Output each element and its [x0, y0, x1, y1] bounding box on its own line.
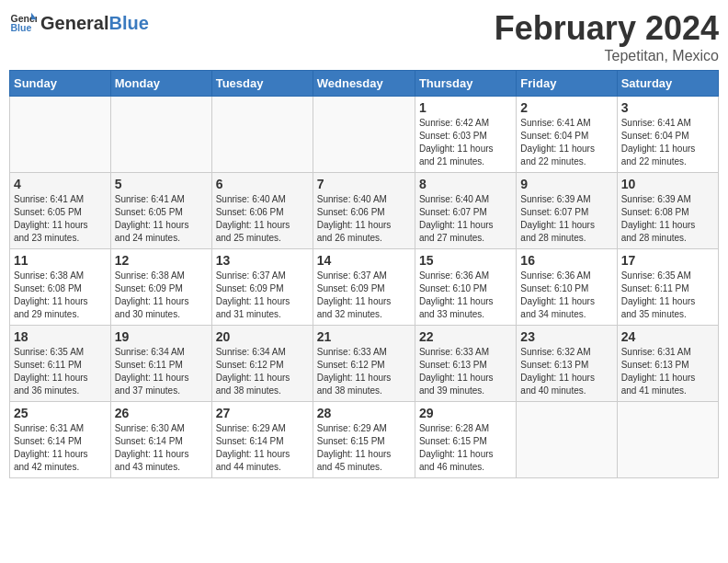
- day-info: Sunrise: 6:37 AM Sunset: 6:09 PM Dayligh…: [216, 270, 309, 321]
- day-info: Sunrise: 6:42 AM Sunset: 6:03 PM Dayligh…: [419, 117, 512, 168]
- calendar-cell: 3Sunrise: 6:41 AM Sunset: 6:04 PM Daylig…: [617, 97, 718, 173]
- calendar-cell: [110, 97, 211, 173]
- day-info: Sunrise: 6:29 AM Sunset: 6:15 PM Dayligh…: [317, 422, 411, 474]
- day-info: Sunrise: 6:37 AM Sunset: 6:09 PM Dayligh…: [317, 270, 411, 321]
- calendar-week-3: 11Sunrise: 6:38 AM Sunset: 6:08 PM Dayli…: [10, 249, 719, 326]
- weekday-header-thursday: Thursday: [415, 71, 516, 97]
- calendar-cell: 1Sunrise: 6:42 AM Sunset: 6:03 PM Daylig…: [415, 97, 516, 173]
- weekday-header-saturday: Saturday: [617, 71, 718, 97]
- day-info: Sunrise: 6:32 AM Sunset: 6:13 PM Dayligh…: [520, 346, 612, 397]
- day-info: Sunrise: 6:38 AM Sunset: 6:08 PM Dayligh…: [14, 270, 107, 321]
- day-number: 19: [115, 329, 208, 344]
- day-info: Sunrise: 6:31 AM Sunset: 6:14 PM Dayligh…: [14, 422, 107, 474]
- weekday-header-wednesday: Wednesday: [313, 71, 415, 97]
- calendar-cell: [517, 402, 617, 478]
- day-info: Sunrise: 6:33 AM Sunset: 6:13 PM Dayligh…: [419, 346, 512, 397]
- calendar-cell: 29Sunrise: 6:28 AM Sunset: 6:15 PM Dayli…: [415, 402, 516, 478]
- day-info: Sunrise: 6:30 AM Sunset: 6:14 PM Dayligh…: [115, 422, 208, 474]
- calendar-cell: 17Sunrise: 6:35 AM Sunset: 6:11 PM Dayli…: [617, 249, 718, 326]
- calendar-cell: 6Sunrise: 6:40 AM Sunset: 6:06 PM Daylig…: [211, 173, 313, 249]
- day-info: Sunrise: 6:41 AM Sunset: 6:05 PM Dayligh…: [115, 193, 208, 245]
- day-info: Sunrise: 6:33 AM Sunset: 6:12 PM Dayligh…: [317, 346, 411, 397]
- day-info: Sunrise: 6:31 AM Sunset: 6:13 PM Dayligh…: [621, 346, 714, 397]
- calendar-title: February 2024: [495, 9, 719, 48]
- calendar-cell: 26Sunrise: 6:30 AM Sunset: 6:14 PM Dayli…: [110, 402, 211, 478]
- calendar-cell: 9Sunrise: 6:39 AM Sunset: 6:07 PM Daylig…: [517, 173, 617, 249]
- calendar-week-4: 18Sunrise: 6:35 AM Sunset: 6:11 PM Dayli…: [10, 326, 719, 402]
- day-info: Sunrise: 6:39 AM Sunset: 6:07 PM Dayligh…: [520, 193, 612, 245]
- calendar-cell: [313, 97, 415, 173]
- day-info: Sunrise: 6:40 AM Sunset: 6:06 PM Dayligh…: [317, 193, 411, 245]
- day-info: Sunrise: 6:40 AM Sunset: 6:07 PM Dayligh…: [419, 193, 512, 245]
- day-info: Sunrise: 6:35 AM Sunset: 6:11 PM Dayligh…: [621, 270, 714, 321]
- day-number: 16: [520, 253, 612, 268]
- calendar-cell: 10Sunrise: 6:39 AM Sunset: 6:08 PM Dayli…: [617, 173, 718, 249]
- weekday-header-row: SundayMondayTuesdayWednesdayThursdayFrid…: [10, 71, 719, 97]
- calendar-cell: 7Sunrise: 6:40 AM Sunset: 6:06 PM Daylig…: [313, 173, 415, 249]
- calendar-cell: 22Sunrise: 6:33 AM Sunset: 6:13 PM Dayli…: [415, 326, 516, 402]
- day-info: Sunrise: 6:41 AM Sunset: 6:04 PM Dayligh…: [621, 117, 714, 168]
- calendar-cell: 14Sunrise: 6:37 AM Sunset: 6:09 PM Dayli…: [313, 249, 415, 326]
- calendar-cell: 25Sunrise: 6:31 AM Sunset: 6:14 PM Dayli…: [10, 402, 111, 478]
- calendar-cell: 2Sunrise: 6:41 AM Sunset: 6:04 PM Daylig…: [517, 97, 617, 173]
- logo-text: GeneralBlue: [40, 13, 149, 34]
- calendar-table: SundayMondayTuesdayWednesdayThursdayFrid…: [9, 70, 719, 478]
- calendar-week-5: 25Sunrise: 6:31 AM Sunset: 6:14 PM Dayli…: [10, 402, 719, 478]
- calendar-cell: 19Sunrise: 6:34 AM Sunset: 6:11 PM Dayli…: [110, 326, 211, 402]
- day-number: 14: [317, 253, 411, 268]
- calendar-cell: 18Sunrise: 6:35 AM Sunset: 6:11 PM Dayli…: [10, 326, 111, 402]
- day-info: Sunrise: 6:28 AM Sunset: 6:15 PM Dayligh…: [419, 422, 512, 474]
- day-number: 8: [419, 177, 512, 191]
- day-info: Sunrise: 6:34 AM Sunset: 6:11 PM Dayligh…: [115, 346, 208, 397]
- day-number: 17: [621, 253, 714, 268]
- day-number: 1: [419, 100, 512, 115]
- svg-text:Blue: Blue: [11, 22, 32, 33]
- calendar-cell: 27Sunrise: 6:29 AM Sunset: 6:14 PM Dayli…: [211, 402, 313, 478]
- day-info: Sunrise: 6:35 AM Sunset: 6:11 PM Dayligh…: [14, 346, 107, 397]
- calendar-cell: 13Sunrise: 6:37 AM Sunset: 6:09 PM Dayli…: [211, 249, 313, 326]
- calendar-cell: 12Sunrise: 6:38 AM Sunset: 6:09 PM Dayli…: [110, 249, 211, 326]
- day-info: Sunrise: 6:41 AM Sunset: 6:05 PM Dayligh…: [14, 193, 107, 245]
- calendar-cell: [617, 402, 718, 478]
- day-number: 10: [621, 177, 714, 191]
- day-number: 6: [216, 177, 309, 191]
- weekday-header-tuesday: Tuesday: [211, 71, 313, 97]
- day-info: Sunrise: 6:29 AM Sunset: 6:14 PM Dayligh…: [216, 422, 309, 474]
- day-info: Sunrise: 6:40 AM Sunset: 6:06 PM Dayligh…: [216, 193, 309, 245]
- day-number: 29: [419, 406, 512, 420]
- day-number: 11: [14, 253, 107, 268]
- day-number: 13: [216, 253, 309, 268]
- calendar-cell: 20Sunrise: 6:34 AM Sunset: 6:12 PM Dayli…: [211, 326, 313, 402]
- day-number: 3: [621, 100, 714, 115]
- weekday-header-monday: Monday: [110, 71, 211, 97]
- day-number: 20: [216, 329, 309, 344]
- day-number: 21: [317, 329, 411, 344]
- day-info: Sunrise: 6:38 AM Sunset: 6:09 PM Dayligh…: [115, 270, 208, 321]
- calendar-week-2: 4Sunrise: 6:41 AM Sunset: 6:05 PM Daylig…: [10, 173, 719, 249]
- calendar-cell: 5Sunrise: 6:41 AM Sunset: 6:05 PM Daylig…: [110, 173, 211, 249]
- calendar-cell: 4Sunrise: 6:41 AM Sunset: 6:05 PM Daylig…: [10, 173, 111, 249]
- day-number: 23: [520, 329, 612, 344]
- day-number: 15: [419, 253, 512, 268]
- day-number: 22: [419, 329, 512, 344]
- day-info: Sunrise: 6:34 AM Sunset: 6:12 PM Dayligh…: [216, 346, 309, 397]
- weekday-header-friday: Friday: [517, 71, 617, 97]
- day-number: 18: [14, 329, 107, 344]
- day-number: 25: [14, 406, 107, 420]
- day-info: Sunrise: 6:36 AM Sunset: 6:10 PM Dayligh…: [520, 270, 612, 321]
- calendar-week-1: 1Sunrise: 6:42 AM Sunset: 6:03 PM Daylig…: [10, 97, 719, 173]
- day-number: 24: [621, 329, 714, 344]
- calendar-cell: 24Sunrise: 6:31 AM Sunset: 6:13 PM Dayli…: [617, 326, 718, 402]
- calendar-cell: [211, 97, 313, 173]
- calendar-cell: 8Sunrise: 6:40 AM Sunset: 6:07 PM Daylig…: [415, 173, 516, 249]
- day-number: 12: [115, 253, 208, 268]
- calendar-subtitle: Tepetitan, Mexico: [495, 48, 719, 64]
- calendar-cell: 21Sunrise: 6:33 AM Sunset: 6:12 PM Dayli…: [313, 326, 415, 402]
- day-number: 9: [520, 177, 612, 191]
- logo-icon: General Blue: [9, 9, 37, 37]
- day-number: 2: [520, 100, 612, 115]
- day-number: 27: [216, 406, 309, 420]
- weekday-header-sunday: Sunday: [10, 71, 111, 97]
- calendar-cell: 15Sunrise: 6:36 AM Sunset: 6:10 PM Dayli…: [415, 249, 516, 326]
- calendar-cell: 28Sunrise: 6:29 AM Sunset: 6:15 PM Dayli…: [313, 402, 415, 478]
